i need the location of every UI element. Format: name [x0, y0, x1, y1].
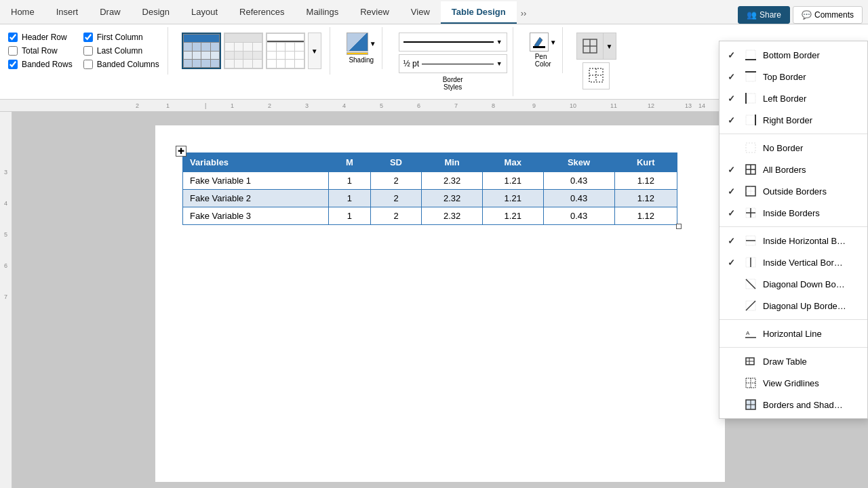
dropdown-item-top-border[interactable]: Top Border	[719, 66, 867, 87]
svg-rect-0	[533, 46, 545, 48]
pen-weight-dropdown[interactable]: ½ pt ▼	[399, 54, 507, 73]
tab-mailings[interactable]: Mailings	[296, 1, 350, 24]
banded-columns-checkbox[interactable]	[83, 60, 93, 69]
shading-button[interactable]: ▼	[347, 33, 376, 55]
header-row-checkbox[interactable]	[8, 33, 18, 42]
table-cell-0-5: 0.43	[543, 172, 614, 190]
more-presets-button[interactable]: ▼	[308, 33, 321, 69]
total-row-option[interactable]: Total Row	[8, 46, 73, 56]
table-header-max: Max	[482, 153, 543, 172]
table-cell-2-5: 0.43	[543, 207, 614, 225]
shading-label: Shading	[349, 56, 374, 64]
dropdown-item-inside-borders[interactable]: Inside Borders	[719, 202, 867, 224]
dropdown-item-all-borders[interactable]: All Borders	[719, 159, 867, 180]
tab-references[interactable]: References	[229, 1, 295, 24]
tab-table-design[interactable]: Table Design	[441, 1, 517, 24]
first-column-checkbox[interactable]	[83, 33, 93, 42]
dropdown-item-bottom-border[interactable]: Bottom Border	[719, 44, 867, 66]
table-cell-1-0: Fake Variable 2	[183, 190, 329, 207]
total-row-checkbox[interactable]	[8, 46, 18, 56]
banded-rows-checkbox[interactable]	[8, 60, 18, 69]
border-style-dropdown[interactable]: ▼	[399, 33, 507, 52]
table-cell-2-4: 1.21	[482, 207, 543, 225]
dropdown-item-diagonal-down[interactable]: Diagonal Down Bo…	[719, 273, 867, 295]
borders-button-section: ▼	[574, 27, 619, 95]
table-container: ✚ Variables M SD Min Max Skew Kurt	[182, 152, 677, 225]
banded-rows-option[interactable]: Banded Rows	[8, 60, 73, 69]
shading-section: ▼ Shading	[341, 27, 382, 69]
all-borders-label: All Borders	[763, 165, 859, 175]
dropdown-item-inside-horizontal[interactable]: Inside Horizontal B…	[719, 230, 867, 251]
preset-2-button[interactable]	[224, 33, 263, 69]
inside-vertical-label: Inside Vertical Bor…	[763, 258, 859, 268]
preset-1-button[interactable]	[182, 33, 221, 69]
table-cell-0-4: 1.21	[482, 172, 543, 190]
banded-columns-option[interactable]: Banded Columns	[83, 60, 159, 69]
share-button[interactable]: 👥 Share	[738, 6, 790, 24]
tab-draw[interactable]: Draw	[89, 1, 131, 24]
table-header-row: Variables M SD Min Max Skew Kurt	[183, 153, 677, 172]
table-header-skew: Skew	[543, 153, 614, 172]
border-painter-button[interactable]	[583, 62, 610, 89]
banded-columns-label: Banded Columns	[97, 60, 159, 69]
bottom-border-label: Bottom Border	[763, 50, 859, 60]
inside-borders-label: Inside Borders	[763, 208, 859, 218]
comments-button[interactable]: 💬 Comments	[793, 6, 863, 24]
dropdown-item-view-gridlines[interactable]: View Gridlines	[719, 372, 867, 394]
left-border-label: Left Border	[763, 94, 859, 104]
table-cell-1-6: 1.12	[614, 190, 677, 207]
border-dropdown-overlay: Bottom BorderTop BorderLeft BorderRight …	[719, 41, 868, 419]
pen-color-label: PenColor	[535, 53, 551, 68]
dropdown-item-draw-table[interactable]: Draw Table	[719, 350, 867, 372]
dropdown-separator-9	[719, 226, 867, 227]
table-presets: ▼	[179, 27, 330, 75]
first-column-option[interactable]: First Column	[83, 33, 159, 42]
tab-layout[interactable]: Layout	[180, 1, 229, 24]
view-gridlines-icon	[744, 376, 757, 390]
svg-rect-9	[746, 72, 755, 81]
table-cell-2-2: 2	[370, 207, 422, 225]
last-column-checkbox[interactable]	[83, 46, 93, 56]
tab-view[interactable]: View	[400, 1, 441, 24]
dropdown-item-right-border[interactable]: Right Border	[719, 109, 867, 131]
table-move-handle[interactable]: ✚	[176, 146, 186, 157]
tab-design[interactable]: Design	[132, 1, 180, 24]
pen-color-button[interactable]: ▼	[530, 33, 557, 52]
table-cell-2-1: 1	[329, 207, 371, 225]
dropdown-item-outside-borders[interactable]: Outside Borders	[719, 180, 867, 202]
pen-weight-value: ½ pt	[403, 59, 419, 68]
dropdown-separator-16	[719, 347, 867, 348]
dropdown-separator-14	[719, 319, 867, 320]
top-border-label: Top Border	[763, 72, 859, 82]
dropdown-item-horizontal-line[interactable]: AHorizontal Line	[719, 323, 867, 344]
header-row-option[interactable]: Header Row	[8, 33, 73, 42]
tab-more[interactable]: ››	[517, 3, 531, 24]
table-cell-0-1: 1	[329, 172, 371, 190]
table-header-sd: SD	[370, 153, 422, 172]
preset-3-button[interactable]	[266, 33, 305, 69]
dropdown-item-diagonal-up[interactable]: Diagonal Up Borde…	[719, 295, 867, 317]
first-column-label: First Column	[97, 33, 143, 42]
dropdown-item-borders-shading[interactable]: Borders and Shad…	[719, 394, 867, 415]
borders-dropdown-arrow[interactable]: ▼	[604, 43, 616, 50]
table-cell-1-1: 1	[329, 190, 371, 207]
dropdown-item-left-border[interactable]: Left Border	[719, 87, 867, 109]
tab-home[interactable]: Home	[0, 1, 45, 24]
horizontal-line-icon: A	[744, 327, 757, 340]
border-styles-label: BorderStyles	[399, 76, 507, 91]
borders-dropdown-button[interactable]: ▼	[576, 33, 616, 60]
table-resize-handle[interactable]	[676, 224, 682, 229]
svg-text:A: A	[746, 330, 750, 336]
dropdown-item-inside-vertical[interactable]: Inside Vertical Bor…	[719, 251, 867, 273]
bottom-border-icon	[744, 48, 757, 62]
inside-horizontal-label: Inside Horizontal B…	[763, 236, 859, 246]
inside-borders-icon	[744, 206, 757, 220]
tab-review[interactable]: Review	[349, 1, 400, 24]
dropdown-item-no-border[interactable]: No Border	[719, 137, 867, 159]
svg-line-32	[746, 301, 755, 310]
tab-insert[interactable]: Insert	[45, 1, 90, 24]
table-header-kurt: Kurt	[614, 153, 677, 172]
top-border-icon	[744, 70, 757, 83]
table-cell-0-2: 2	[370, 172, 422, 190]
last-column-option[interactable]: Last Column	[83, 46, 159, 56]
